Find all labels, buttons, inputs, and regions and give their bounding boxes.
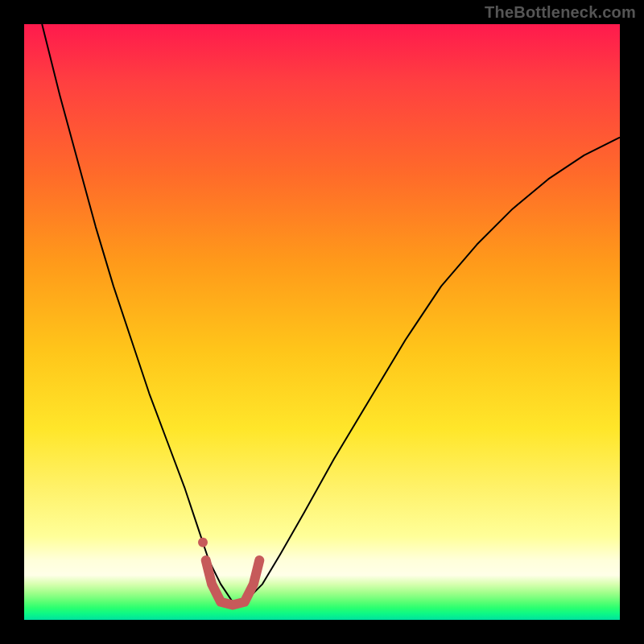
bottleneck-curve [42, 24, 620, 602]
chart-svg [24, 24, 620, 620]
trough-marker [206, 560, 260, 605]
marker-dot [198, 538, 208, 547]
watermark-text: TheBottleneck.com [485, 3, 636, 22]
chart-frame: TheBottleneck.com [0, 0, 644, 644]
plot-area [24, 24, 620, 620]
